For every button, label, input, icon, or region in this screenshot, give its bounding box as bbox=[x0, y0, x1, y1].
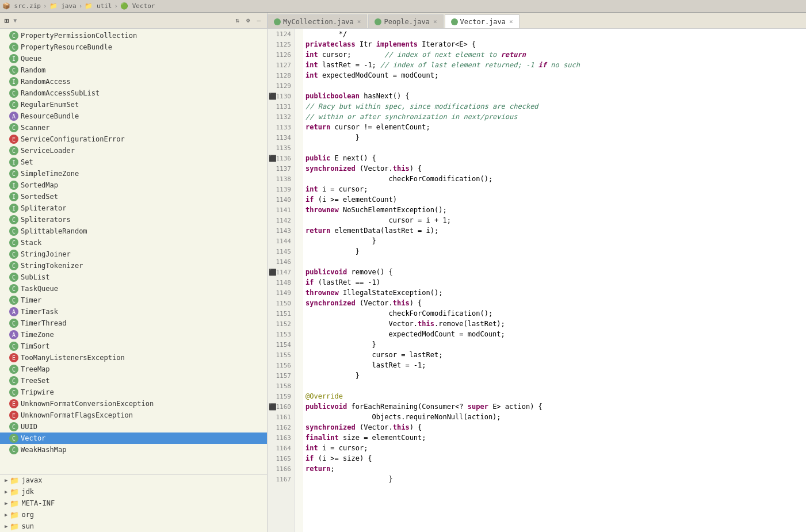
sidebar-item-sortedset[interactable]: ISortedSet bbox=[0, 191, 267, 202]
class-icon: C bbox=[9, 261, 18, 270]
sidebar-item-stringtokenizer[interactable]: CStringTokenizer bbox=[0, 260, 267, 271]
equalize-button[interactable]: ⇅ bbox=[234, 16, 241, 25]
sidebar-item-stringjoiner[interactable]: CStringJoiner bbox=[0, 248, 267, 260]
sidebar-item-label: Vector bbox=[21, 434, 45, 442]
sidebar-list: CPropertyPermissionCollectionCPropertyRe… bbox=[0, 29, 267, 474]
sidebar-item-splittablerandom[interactable]: CSplittableRandom bbox=[0, 225, 267, 237]
breadcrumb-bar: 📦 src.zip › 📁 java › 📁 util › 🟢 Vector bbox=[0, 0, 806, 13]
gutter-extra bbox=[295, 412, 303, 422]
folder-triangle: ▶ bbox=[5, 489, 7, 495]
line-number: 1138 bbox=[268, 174, 295, 184]
code-line: cursor = i + 1; bbox=[305, 215, 806, 225]
sidebar-item-spliterator[interactable]: ISpliterator bbox=[0, 202, 267, 214]
sidebar-item-timertask[interactable]: ATimerTask bbox=[0, 306, 267, 317]
sidebar-item-timer[interactable]: CTimer bbox=[0, 294, 267, 306]
folder-meta-inf[interactable]: ▶📁META-INF bbox=[0, 497, 267, 509]
sidebar-item-queue[interactable]: IQueue bbox=[0, 53, 267, 64]
gutter-extra bbox=[295, 122, 303, 132]
class-icon: I bbox=[9, 181, 18, 190]
sidebar-item-unknownformatflagsexception[interactable]: EUnknownFormatFlagsException bbox=[0, 409, 267, 421]
breakpoint-marker[interactable]: ⬛ bbox=[269, 403, 277, 411]
tab-label: Vector.java bbox=[460, 18, 506, 26]
sidebar-item-tripwire[interactable]: CTripwire bbox=[0, 386, 267, 398]
class-icon: A bbox=[9, 330, 18, 339]
sidebar-item-set[interactable]: ISet bbox=[0, 156, 267, 168]
class-icon: C bbox=[9, 284, 18, 293]
sidebar-item-uuid[interactable]: CUUID bbox=[0, 421, 267, 433]
sidebar-item-propertyresourcebundle[interactable]: CPropertyResourceBundle bbox=[0, 41, 267, 53]
sidebar-item-treemap[interactable]: CTreeMap bbox=[0, 363, 267, 375]
folder-javax[interactable]: ▶📁javax bbox=[0, 474, 267, 486]
class-icon: E bbox=[9, 399, 18, 408]
breakpoint-marker[interactable]: ⬛ bbox=[269, 155, 277, 162]
sidebar-item-timezone[interactable]: ATimeZone bbox=[0, 329, 267, 340]
sidebar-item-random[interactable]: CRandom bbox=[0, 64, 267, 76]
tab-peoplejava[interactable]: People.java× bbox=[368, 14, 443, 28]
class-icon: A bbox=[9, 112, 18, 121]
sidebar-item-taskqueue[interactable]: CTaskQueue bbox=[0, 283, 267, 294]
sidebar-actions: ⇅ ⚙ – bbox=[234, 16, 262, 25]
sidebar-item-timsort[interactable]: CTimSort bbox=[0, 340, 267, 352]
sidebar-item-propertypermissioncollection[interactable]: CPropertyPermissionCollection bbox=[0, 30, 267, 41]
folder-jdk[interactable]: ▶📁jdk bbox=[0, 486, 267, 497]
sidebar-item-stack[interactable]: CStack bbox=[0, 237, 267, 248]
code-line: public void remove() { bbox=[305, 267, 806, 277]
settings-button[interactable]: ⚙ bbox=[245, 16, 252, 25]
code-line: final int size = elementCount; bbox=[305, 433, 806, 443]
sidebar-item-label: UnknownFormatFlagsException bbox=[21, 411, 133, 419]
class-icon: C bbox=[9, 31, 18, 40]
tab-vectorjava[interactable]: Vector.java× bbox=[445, 14, 519, 28]
sidebar-item-vector[interactable]: CVector bbox=[0, 433, 267, 444]
line-number: 1155 bbox=[268, 350, 295, 360]
sidebar-item-sublist[interactable]: CSubList bbox=[0, 271, 267, 283]
line-number: 1152 bbox=[268, 319, 295, 329]
sidebar-item-label: TimerThread bbox=[21, 319, 66, 327]
sidebar-item-randomaccess[interactable]: IRandomAccess bbox=[0, 76, 267, 87]
sidebar-item-label: TooManyListenersException bbox=[21, 354, 125, 362]
line-number: 1157 bbox=[268, 370, 295, 381]
breakpoint-marker[interactable]: ⬛ bbox=[269, 269, 277, 276]
tab-mycollectionjava[interactable]: MyCollection.java× bbox=[268, 14, 367, 28]
class-icon: C bbox=[9, 296, 18, 305]
code-line: int i = cursor; bbox=[305, 443, 806, 453]
code-line: return; bbox=[305, 464, 806, 474]
sidebar-item-resourcebundle[interactable]: AResourceBundle bbox=[0, 110, 267, 122]
code-editor[interactable]: 112411251126112711281129⬛113011311132113… bbox=[268, 29, 806, 532]
class-icon: C bbox=[9, 388, 18, 397]
class-icon: E bbox=[9, 135, 18, 144]
folder-icon: 📁 bbox=[10, 499, 19, 508]
gutter-extra bbox=[295, 70, 303, 81]
breadcrumb-vector: 🟢 Vector bbox=[120, 2, 155, 10]
sidebar-item-serviceconfigurationerror[interactable]: EServiceConfigurationError bbox=[0, 133, 267, 145]
line-number: 1124 bbox=[268, 29, 295, 39]
tab-close[interactable]: × bbox=[357, 18, 361, 25]
folder-triangle: ▶ bbox=[5, 523, 7, 529]
breakpoint-marker[interactable]: ⬛ bbox=[269, 93, 277, 100]
sidebar-item-timerthread[interactable]: CTimerThread bbox=[0, 317, 267, 329]
sidebar-item-toomanylistenersexception[interactable]: ETooManyListenersException bbox=[0, 352, 267, 363]
class-icon: C bbox=[9, 422, 18, 431]
sidebar-item-treeset[interactable]: CTreeSet bbox=[0, 375, 267, 386]
minimize-button[interactable]: – bbox=[255, 16, 262, 25]
tab-close[interactable]: × bbox=[509, 18, 513, 25]
sidebar-item-simpletimezone[interactable]: CSimpleTimeZone bbox=[0, 168, 267, 179]
line-number: 1166 bbox=[268, 464, 295, 474]
gutter-extra bbox=[295, 401, 303, 412]
sidebar-item-label: TimerTask bbox=[21, 308, 58, 316]
sidebar-item-spliterators[interactable]: CSpliterators bbox=[0, 214, 267, 225]
code-line: cursor = lastRet; bbox=[305, 350, 806, 360]
sidebar-item-sortedmap[interactable]: ISortedMap bbox=[0, 179, 267, 191]
folder-sun[interactable]: ▶📁sun bbox=[0, 520, 267, 532]
sidebar-item-label: ServiceLoader bbox=[21, 147, 75, 155]
folder-label: META-INF bbox=[21, 499, 55, 507]
sidebar-item-randomaccesssublist[interactable]: CRandomAccessSubList bbox=[0, 87, 267, 99]
sidebar-item-unknownformatconversionexception[interactable]: EUnknownFormatConversionException bbox=[0, 398, 267, 409]
folder-org[interactable]: ▶📁org bbox=[0, 509, 267, 520]
sidebar-item-regularenumset[interactable]: CRegularEnumSet bbox=[0, 99, 267, 110]
tab-close[interactable]: × bbox=[433, 18, 437, 25]
class-icon: I bbox=[9, 54, 18, 63]
sidebar-item-scanner[interactable]: CScanner bbox=[0, 122, 267, 133]
line-number: 1133 bbox=[268, 122, 295, 132]
sidebar-item-weakhashmap[interactable]: CWeakHashMap bbox=[0, 444, 267, 456]
sidebar-item-serviceloader[interactable]: CServiceLoader bbox=[0, 145, 267, 156]
